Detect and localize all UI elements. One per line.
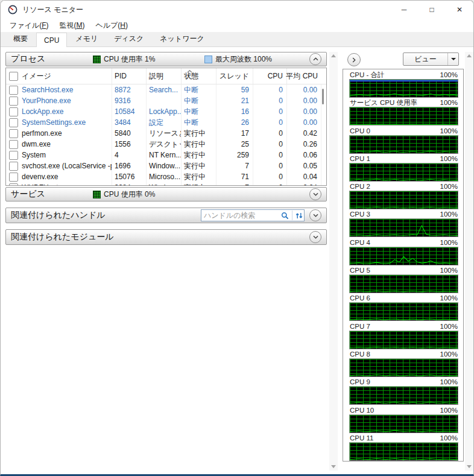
process-cpu: 0 bbox=[253, 160, 287, 171]
refresh-arrows-icon[interactable] bbox=[294, 212, 304, 220]
process-pid: 3384 bbox=[112, 182, 147, 186]
table-row[interactable]: SearchHost.exe 8872 Search... 中断 59 0 0.… bbox=[6, 84, 326, 95]
handles-expand-button[interactable] bbox=[309, 209, 321, 221]
row-checkbox[interactable] bbox=[9, 118, 18, 127]
process-status: 中断 bbox=[182, 117, 216, 128]
row-checkbox[interactable] bbox=[9, 107, 18, 116]
row-checkbox[interactable] bbox=[9, 173, 18, 182]
process-pid: 9316 bbox=[112, 95, 147, 106]
menu-monitor[interactable]: 監視(M) bbox=[54, 19, 90, 33]
process-cpu: 0 bbox=[253, 139, 287, 150]
menu-file[interactable]: ファイル(F) bbox=[4, 19, 54, 33]
process-name: SearchHost.exe bbox=[22, 86, 73, 94]
row-checkbox[interactable] bbox=[9, 129, 18, 138]
handles-section-header[interactable]: 関連付けられたハンドル bbox=[5, 208, 327, 223]
table-row[interactable]: WUDFHost.exe 3384 Window... 実行中 7 0 0.04 bbox=[6, 182, 326, 186]
right-panel-toolbar: ビュー bbox=[343, 52, 464, 66]
process-status: 中断 bbox=[182, 106, 216, 117]
cpu-chart: CPU - 合計 100% bbox=[349, 71, 458, 98]
row-checkbox[interactable] bbox=[9, 183, 18, 186]
chart-title: CPU 10 bbox=[350, 407, 374, 414]
table-scrollbar-thumb[interactable] bbox=[322, 89, 324, 104]
modules-section-header[interactable]: 関連付けられたモジュール bbox=[5, 229, 327, 245]
process-description: NT Kern... bbox=[147, 150, 182, 160]
process-name: LockApp.exe bbox=[22, 107, 63, 116]
tab-network[interactable]: ネットワーク bbox=[152, 31, 212, 46]
table-row[interactable]: devenv.exe 15076 Microso... 実行中 71 0 0.0… bbox=[6, 171, 326, 182]
view-dropdown-arrow[interactable] bbox=[447, 53, 458, 65]
maximize-button[interactable]: □ bbox=[418, 1, 446, 19]
chart-title: CPU - 合計 bbox=[350, 71, 385, 80]
process-avg-cpu: 0.00 bbox=[287, 106, 321, 117]
right-panel-scrollbar[interactable] bbox=[465, 52, 473, 471]
table-row[interactable]: SystemSettings.exe 3484 設定 中断 26 0 0.00 bbox=[6, 117, 326, 128]
handle-search-input[interactable] bbox=[201, 211, 280, 220]
sort-ascending-icon bbox=[187, 69, 192, 73]
tab-disk[interactable]: ディスク bbox=[106, 31, 151, 46]
column-threads[interactable]: スレッド bbox=[216, 68, 253, 84]
process-threads: 17 bbox=[216, 128, 253, 139]
chart-graph-area bbox=[349, 79, 458, 98]
table-row[interactable]: dwm.exe 1556 デスクトッ... 実行中 25 0 0.26 bbox=[6, 139, 326, 150]
processes-section-header[interactable]: プロセス CPU 使用率 1% 最大周波数 100% bbox=[5, 52, 327, 66]
tab-memory[interactable]: メモリ bbox=[68, 31, 106, 46]
services-cpu-legend: CPU 使用率 0% bbox=[93, 189, 155, 200]
column-avg-cpu[interactable]: 平均 CPU bbox=[287, 68, 321, 84]
row-checkbox[interactable] bbox=[9, 151, 18, 160]
processes-collapse-button[interactable] bbox=[309, 53, 321, 65]
row-checkbox[interactable] bbox=[9, 162, 18, 171]
scroll-down-icon[interactable] bbox=[331, 465, 336, 468]
chart-max-label: 100% bbox=[440, 378, 458, 386]
left-panel-scrollbar[interactable] bbox=[329, 52, 338, 471]
chevron-up-icon bbox=[313, 57, 318, 61]
process-name: dwm.exe bbox=[22, 140, 51, 148]
tab-cpu[interactable]: CPU bbox=[36, 33, 67, 47]
process-status: 実行中 bbox=[182, 150, 216, 160]
column-pid[interactable]: PID bbox=[112, 68, 147, 84]
process-cpu: 0 bbox=[253, 171, 287, 182]
process-cpu: 0 bbox=[253, 84, 287, 95]
minimize-button[interactable]: ─ bbox=[390, 1, 418, 19]
chart-graph-area bbox=[349, 218, 458, 237]
select-all-checkbox[interactable] bbox=[9, 72, 18, 81]
chevron-down-icon bbox=[313, 192, 318, 196]
scroll-up-icon[interactable] bbox=[467, 54, 472, 57]
chart-title: CPU 2 bbox=[350, 183, 370, 190]
cpu-chart: CPU 5 100% bbox=[349, 266, 458, 294]
table-row[interactable]: System 4 NT Kern... 実行中 259 0 0.06 bbox=[6, 150, 326, 160]
chart-graph-area bbox=[349, 414, 458, 433]
close-button[interactable]: ✕ bbox=[446, 1, 473, 19]
table-row[interactable]: LockApp.exe 10584 LockApp... 中断 16 0 0.0… bbox=[6, 106, 326, 117]
column-description[interactable]: 説明 bbox=[147, 68, 182, 84]
process-threads: 16 bbox=[216, 106, 253, 117]
process-avg-cpu: 0.26 bbox=[287, 139, 321, 150]
table-row[interactable]: perfmon.exe 5840 リソースと... 実行中 17 0 0.42 bbox=[6, 128, 326, 139]
column-image[interactable]: イメージ bbox=[6, 68, 112, 84]
tab-overview[interactable]: 概要 bbox=[5, 31, 36, 46]
cpu-chart: CPU 1 100% bbox=[349, 154, 458, 182]
process-description: LockApp... bbox=[147, 106, 182, 117]
process-description: 設定 bbox=[147, 117, 182, 128]
chart-title: CPU 6 bbox=[350, 294, 370, 302]
column-cpu[interactable]: CPU bbox=[253, 68, 287, 84]
process-name: perfmon.exe bbox=[22, 129, 62, 138]
table-row[interactable]: YourPhone.exe 9316 中断 21 0 0.00 bbox=[6, 95, 326, 106]
table-row[interactable]: svchost.exe (LocalService -p) 1696 Windo… bbox=[6, 160, 326, 171]
services-expand-button[interactable] bbox=[309, 188, 321, 200]
modules-expand-button[interactable] bbox=[309, 231, 321, 243]
menu-help[interactable]: ヘルプ(H) bbox=[90, 19, 133, 33]
view-dropdown-button[interactable]: ビュー bbox=[403, 52, 459, 66]
process-threads: 7 bbox=[216, 182, 253, 186]
row-checkbox[interactable] bbox=[9, 86, 18, 95]
process-status: 実行中 bbox=[182, 171, 216, 182]
process-pid: 4 bbox=[112, 150, 147, 160]
process-threads: 259 bbox=[216, 150, 253, 160]
collapse-panel-button[interactable] bbox=[347, 53, 361, 66]
row-checkbox[interactable] bbox=[9, 97, 18, 106]
row-checkbox[interactable] bbox=[9, 140, 18, 149]
scroll-down-icon[interactable] bbox=[467, 465, 472, 468]
chart-max-label: 100% bbox=[440, 239, 458, 246]
services-section-header[interactable]: サービス CPU 使用率 0% bbox=[5, 187, 327, 202]
scroll-up-icon[interactable] bbox=[331, 54, 336, 57]
modules-title: 関連付けられたモジュール bbox=[11, 232, 114, 243]
